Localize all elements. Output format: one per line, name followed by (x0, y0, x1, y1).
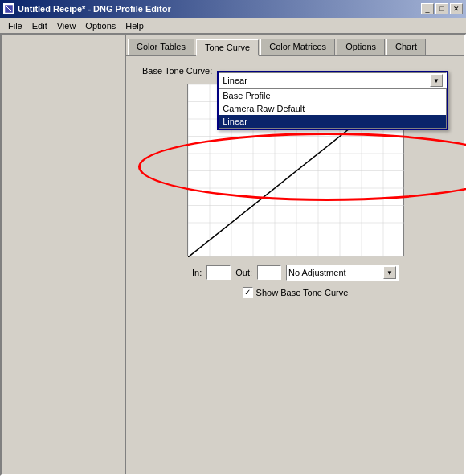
menu-bar: File Edit View Options Help (0, 18, 466, 34)
out-label: Out: (235, 268, 252, 277)
sidebar (2, 35, 126, 474)
window-title: Untitled Recipe* - DNG Profile Editor (18, 4, 171, 14)
maximize-button[interactable]: □ (435, 3, 448, 14)
tab-chart[interactable]: Chart (386, 39, 426, 55)
tone-curve-label: Base Tone Curve: (142, 66, 212, 76)
dropdown-selected-text: Linear (223, 76, 247, 85)
close-button[interactable]: ✕ (450, 3, 463, 14)
menu-help[interactable]: Help (121, 19, 149, 32)
title-bar-buttons: _ □ ✕ (421, 3, 463, 14)
in-input[interactable] (206, 265, 231, 280)
app-icon (3, 3, 14, 14)
in-label: In: (192, 268, 202, 277)
tab-color-tables[interactable]: Color Tables (128, 39, 194, 55)
main-window: Color Tables Tone Curve Color Matrices O… (0, 34, 466, 476)
dropdown-option-camera-raw[interactable]: Camera Raw Default (219, 102, 446, 115)
show-base-tone-curve-label: Show Base Tone Curve (256, 288, 349, 298)
tab-bar: Color Tables Tone Curve Color Matrices O… (126, 35, 464, 56)
bottom-controls: In: Out: No Adjustment ▼ (142, 265, 448, 281)
title-bar: Untitled Recipe* - DNG Profile Editor _ … (0, 0, 466, 18)
adjustment-label: No Adjustment (288, 268, 346, 277)
tab-color-matrices[interactable]: Color Matrices (260, 39, 335, 55)
menu-edit[interactable]: Edit (27, 19, 52, 32)
adjustment-dropdown-arrow[interactable]: ▼ (383, 266, 396, 279)
tone-curve-row: Base Tone Curve: Linear ▼ Base Profile C… (142, 66, 448, 76)
tab-options[interactable]: Options (337, 39, 385, 55)
show-base-tone-curve-checkbox[interactable]: ✓ (243, 287, 253, 298)
menu-options[interactable]: Options (80, 19, 121, 32)
dropdown-option-linear[interactable]: Linear (219, 115, 446, 128)
minimize-button[interactable]: _ (421, 3, 434, 14)
content-area: Color Tables Tone Curve Color Matrices O… (126, 35, 464, 474)
dropdown-arrow-icon[interactable]: ▼ (430, 74, 443, 87)
title-bar-left: Untitled Recipe* - DNG Profile Editor (3, 3, 171, 14)
checkbox-row: ✓ Show Base Tone Curve (142, 287, 448, 298)
menu-file[interactable]: File (3, 19, 27, 32)
out-input[interactable] (257, 265, 281, 280)
base-tone-curve-dropdown[interactable]: Linear ▼ Base Profile Camera Raw Default… (217, 71, 448, 130)
menu-view[interactable]: View (52, 19, 81, 32)
adjustment-dropdown[interactable]: No Adjustment ▼ (286, 265, 399, 281)
dropdown-header[interactable]: Linear ▼ (219, 72, 447, 88)
tab-content: Base Tone Curve: Linear ▼ Base Profile C… (126, 56, 464, 474)
dropdown-option-base-profile[interactable]: Base Profile (219, 89, 446, 102)
dropdown-list: Base Profile Camera Raw Default Linear (219, 88, 447, 129)
tab-tone-curve[interactable]: Tone Curve (196, 39, 259, 56)
